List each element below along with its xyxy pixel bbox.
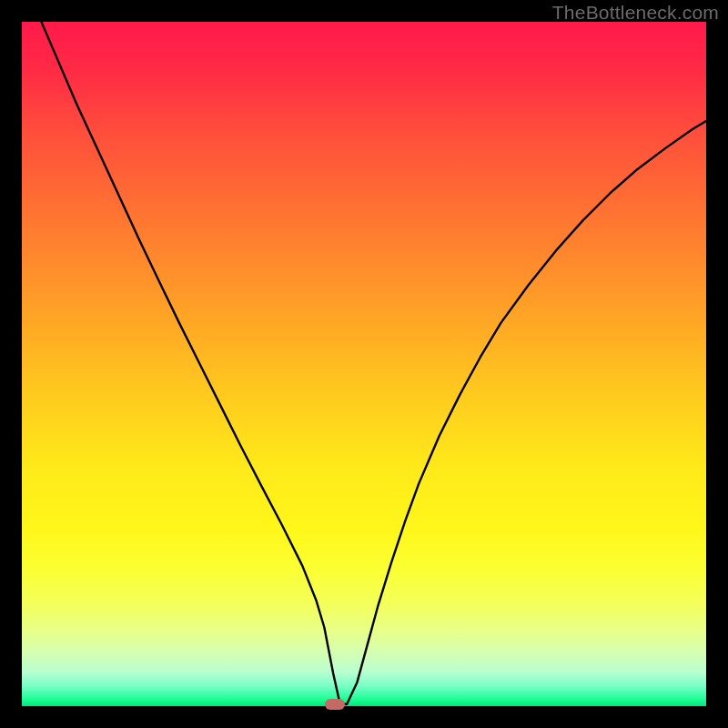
bottleneck-curve: [22, 22, 706, 706]
watermark-text: TheBottleneck.com: [552, 2, 719, 24]
optimal-point-marker: [325, 699, 345, 710]
plot-area: [22, 22, 706, 706]
chart-frame: TheBottleneck.com: [0, 0, 728, 728]
